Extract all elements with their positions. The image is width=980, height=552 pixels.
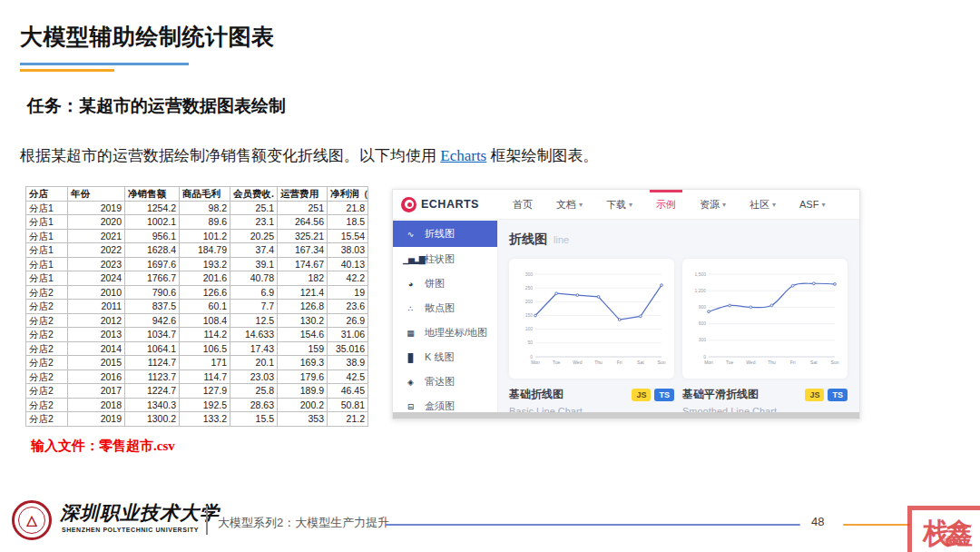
examples-heading: 折线图 line [509, 232, 848, 248]
university-name-cn: 深圳职业技术大学 [60, 500, 220, 526]
table-row: 分店1 2020 1002.1 89.6 23.1 264.56 18.5 [26, 215, 368, 230]
table-header-cell: 年份 [68, 187, 125, 202]
sidebar-item-icon: ⊟ [403, 402, 417, 411]
footer-line-orange [843, 524, 910, 526]
table-header-row: 分店年份净销售额商品毛利会员费收.运营费用净利润（亿 [26, 187, 368, 202]
page-title: 大模型辅助绘制统计图表 [20, 22, 275, 52]
sidebar-item-icon: ∿ [403, 230, 417, 239]
sidebar-item[interactable]: ∿ 折线图 [393, 221, 497, 247]
nav-item[interactable]: 首页▾ [501, 190, 544, 219]
sidebar-item-label: 折线图 [425, 227, 455, 241]
chevron-down-icon: ▾ [821, 201, 825, 209]
svg-text:Sat: Sat [637, 360, 644, 365]
body-text: 根据某超市的运营数据绘制净销售额变化折线图。以下均使用 Echarts 框架绘制… [20, 145, 598, 166]
table-row: 分店2 2018 1340.3 192.5 28.63 200.2 50.81 [26, 398, 368, 412]
svg-text:Tue: Tue [726, 360, 734, 365]
echarts-logo-icon [401, 197, 416, 212]
table-row: 分店1 2022 1628.4 184.79 37.4 167.34 38.03 [26, 243, 368, 258]
sidebar-item[interactable]: ◈ 雷达图 [393, 370, 497, 394]
university-name-en: SHENZHEN POLYTECHNIC UNIVERSITY [62, 527, 199, 533]
nav-item[interactable]: ASF▾ [788, 190, 837, 219]
svg-text:Mon: Mon [704, 360, 713, 365]
ts-badge[interactable]: TS [654, 389, 674, 401]
sidebar-item-label: 散点图 [425, 301, 455, 315]
echarts-link[interactable]: Echarts [440, 147, 486, 164]
sidebar-item[interactable]: ▐▌ K 线图 [393, 345, 497, 370]
nav-item[interactable]: 下载▾ [594, 190, 644, 219]
svg-text:250: 250 [525, 285, 534, 291]
title-underline-blue [20, 63, 189, 65]
task-heading: 任务：某超市的运营数据图表绘制 [27, 94, 286, 118]
example-card-smoothed-line[interactable]: 03006009001,2001,500MonTueWedThuFriSatSu… [682, 259, 848, 417]
table-header-cell: 商品毛利 [180, 187, 230, 202]
sidebar-item-label: 柱状图 [425, 252, 455, 266]
table-row: 分店1 2019 1254.2 98.2 25.1 251 21.8 [26, 201, 368, 215]
sidebar-item[interactable]: ∴ 散点图 [393, 296, 497, 320]
svg-text:150: 150 [525, 312, 534, 318]
table-header-cell: 净销售额 [125, 187, 180, 202]
chevron-down-icon: ▾ [722, 201, 726, 209]
table-row: 分店2 2010 790.6 126.6 6.9 121.4 19 [26, 285, 368, 300]
operations-data-table: 分店年份净销售额商品毛利会员费收.运营费用净利润（亿 分店1 2019 1254… [25, 186, 368, 427]
svg-text:1,200: 1,200 [694, 288, 706, 293]
ts-badge[interactable]: TS [828, 389, 848, 401]
footer-series-text: 大模型系列2：大模型生产力提升 [218, 515, 389, 531]
nav-item[interactable]: 示例▾ [644, 190, 688, 219]
svg-text:0: 0 [703, 354, 706, 360]
table-row: 分店2 2015 1124.7 171 20.1 169.3 38.9 [26, 356, 368, 370]
echarts-body: ∿ 折线图 ▁▅▂▇ 柱状图 ◕ 饼图 ∴ 散 [393, 220, 859, 419]
echarts-logo[interactable]: ECHARTS [401, 190, 479, 219]
nav-item-label: 资源 [700, 198, 720, 212]
table-row: 分店1 2023 1697.6 193.2 39.1 174.67 40.13 [26, 257, 368, 271]
nav-item[interactable]: 文档▾ [544, 190, 594, 219]
nav-item-label: 首页 [513, 198, 533, 212]
sidebar-item[interactable]: ▦ 地理坐标/地图 [393, 320, 497, 345]
table-header-cell: 净利润（亿 [328, 187, 368, 202]
university-logo-emblem: △ [18, 507, 45, 534]
js-badge[interactable]: JS [805, 389, 824, 401]
title-underline-orange [20, 69, 114, 72]
table-row: 分店2 2012 942.6 108.4 12.5 130.2 26.9 [26, 313, 368, 328]
university-logo: △ [12, 500, 52, 540]
svg-text:Thu: Thu [768, 360, 776, 365]
table-row: 分店2 2017 1224.7 127.9 25.8 189.9 46.45 [26, 384, 368, 399]
nav-item[interactable]: 社区▾ [738, 190, 788, 219]
page-number: 48 [811, 515, 824, 528]
nav-item[interactable]: 资源▾ [688, 190, 738, 219]
js-badge[interactable]: JS [632, 389, 651, 401]
example-card-title: 基础折线图 [509, 387, 628, 402]
basic-line-chart-thumb[interactable]: 050100150200250300MonTueWedThuFriSatSun [509, 259, 674, 379]
footer-divider [206, 506, 208, 535]
input-file-note: 输入文件：零售超市.csv [31, 438, 175, 455]
svg-text:Wed: Wed [746, 360, 755, 365]
sidebar-item-icon: ◈ [403, 378, 417, 387]
watermark-page-number: 48 [940, 534, 952, 547]
table-row: 分店2 2016 1123.7 114.7 23.03 179.6 42.5 [26, 370, 368, 384]
sidebar-item-icon: ▦ [403, 329, 417, 338]
sidebar-item-label: K 线图 [425, 350, 454, 364]
smoothed-line-chart-thumb[interactable]: 03006009001,2001,500MonTueWedThuFriSatSu… [682, 259, 848, 379]
chevron-down-icon: ▾ [579, 201, 583, 209]
echarts-header: ECHARTS 首页▾ 文档▾ 下载▾ 示例▾ 资源▾ 社区▾ ASF▾ [393, 190, 859, 220]
slide: 大模型辅助绘制统计图表 任务：某超市的运营数据图表绘制 根据某超市的运营数据绘制… [0, 0, 980, 552]
nav-item-label: 社区 [750, 198, 769, 212]
svg-text:Fri: Fri [617, 360, 622, 365]
example-card-basic-line[interactable]: 050100150200250300MonTueWedThuFriSatSun … [509, 259, 674, 417]
svg-text:0: 0 [530, 354, 533, 360]
examples-heading-sub: line [554, 234, 569, 245]
sidebar-item[interactable]: ▁▅▂▇ 柱状图 [393, 247, 497, 271]
table-row: 分店1 2021 956.1 101.2 20.25 325.21 15.54 [26, 229, 368, 243]
svg-text:50: 50 [527, 340, 533, 345]
svg-text:1,500: 1,500 [694, 271, 706, 277]
footer-line-blue [385, 524, 800, 526]
svg-text:200: 200 [525, 299, 534, 304]
svg-text:Wed: Wed [573, 360, 582, 365]
table-row: 分店2 2019 1300.2 133.2 15.5 353 21.2 [26, 412, 368, 427]
echarts-sidebar: ∿ 折线图 ▁▅▂▇ 柱状图 ◕ 饼图 ∴ 散 [393, 220, 498, 419]
body-text-pre: 根据某超市的运营数据绘制净销售额变化折线图。以下均使用 [20, 147, 440, 164]
sidebar-item[interactable]: ◕ 饼图 [393, 271, 497, 296]
screenshot-bottom-bar [393, 412, 859, 419]
body-text-post: 框架绘制图表。 [486, 147, 598, 164]
table-row: 分店2 2014 1064.1 106.5 17.43 159 35.016 [26, 341, 368, 356]
table-row: 分店2 2013 1034.7 114.2 14.633 154.6 31.06 [26, 328, 368, 342]
